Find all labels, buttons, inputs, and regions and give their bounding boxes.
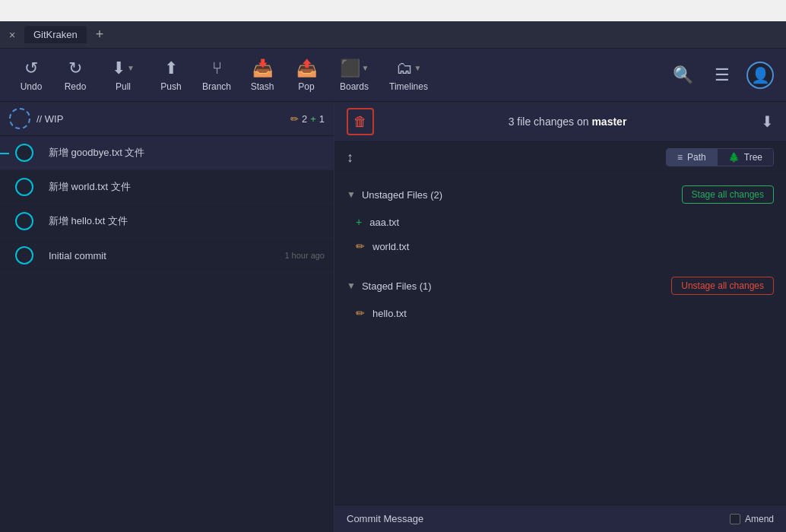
- branch-label: Branch: [202, 81, 231, 92]
- file-name: hello.txt: [372, 308, 407, 319]
- file-name: world.txt: [372, 241, 409, 252]
- commit-row[interactable]: Initial commit 1 hour ago: [0, 239, 334, 273]
- right-header: 🗑 3 file changes on master ⬇: [334, 102, 786, 142]
- tree-icon: 🌲: [728, 152, 740, 163]
- commit-row[interactable]: 新增 hello.txt 文件: [0, 204, 334, 239]
- commit-circle: [15, 178, 33, 196]
- path-label: Path: [687, 152, 706, 163]
- wip-row[interactable]: // WIP ✏ 2 + 1: [0, 102, 334, 136]
- commit-circle: [15, 212, 33, 230]
- pencil-icon: ✏: [290, 113, 299, 125]
- undo-icon: ↺: [24, 59, 38, 78]
- commit-graph: [9, 212, 40, 230]
- timelines-label: Timelines: [389, 81, 428, 92]
- view-controls: ↕ ≡ Path 🌲 Tree: [334, 142, 786, 173]
- unstaged-title: Unstaged Files (2): [362, 189, 442, 201]
- menu-icon[interactable]: ☰: [710, 61, 734, 90]
- plus-icon: +: [310, 113, 316, 125]
- unstage-all-button[interactable]: Unstage all changes: [671, 277, 774, 295]
- download-button[interactable]: ⬇: [761, 112, 774, 131]
- branch-icon: ⑂: [212, 59, 222, 78]
- push-icon: ⬆: [164, 59, 178, 78]
- staged-file-list: ✏ hello.txt: [334, 301, 786, 325]
- avatar-icon: 👤: [751, 66, 770, 84]
- commit-message-label: Commit Message: [347, 513, 423, 524]
- commit-row[interactable]: 新增 world.txt 文件: [0, 170, 334, 204]
- path-icon: ≡: [677, 152, 683, 163]
- pop-icon: 📤: [296, 59, 317, 78]
- tab-item[interactable]: GitKraken: [24, 26, 87, 43]
- main-container: // WIP ✏ 2 + 1 新增 goodbye.txt 文件 新增 worl…: [0, 102, 786, 532]
- commit-message: 新增 hello.txt 文件: [49, 214, 325, 228]
- sort-icon[interactable]: ↕: [347, 150, 353, 166]
- timelines-dropdown-icon: ▼: [414, 64, 422, 72]
- stash-icon: 📥: [252, 59, 273, 78]
- plus-count: 1: [319, 113, 325, 125]
- right-panel: 🗑 3 file changes on master ⬇ ↕ ≡ Path 🌲 …: [334, 102, 786, 532]
- commit-row[interactable]: 新增 goodbye.txt 文件: [0, 136, 334, 170]
- pencil-file-icon: ✏: [356, 307, 365, 319]
- boards-icon: ⬛: [340, 59, 360, 78]
- undo-label: Undo: [21, 81, 43, 92]
- pull-dropdown-icon: ▼: [127, 64, 135, 72]
- list-item[interactable]: ✏ hello.txt: [347, 301, 774, 325]
- stash-label: Stash: [251, 81, 274, 92]
- commit-message: 新增 world.txt 文件: [49, 180, 325, 194]
- stage-all-button[interactable]: Stage all changes: [682, 185, 774, 204]
- tree-label: Tree: [744, 152, 762, 163]
- pop-button[interactable]: 📤 Pop: [287, 54, 325, 97]
- redo-button[interactable]: ↻ Redo: [56, 54, 94, 97]
- commit-time: 1 hour ago: [284, 251, 325, 260]
- staged-section-header[interactable]: ▼ Staged Files (1) Unstage all changes: [334, 271, 786, 301]
- commit-graph: [9, 246, 40, 264]
- pull-button[interactable]: ⬇ ▼ Pull: [100, 54, 146, 97]
- unstaged-file-list: + aaa.txt ✏ world.txt: [334, 210, 786, 258]
- amend-group: Amend: [730, 514, 774, 524]
- boards-dropdown-icon: ▼: [362, 64, 369, 72]
- timelines-icon: 🗂: [396, 59, 413, 78]
- pull-label: Pull: [116, 81, 131, 92]
- staged-arrow-icon: ▼: [347, 280, 356, 291]
- wip-label: // WIP: [36, 113, 284, 125]
- commit-circle: [15, 246, 33, 264]
- changes-info: 3 file changes on master: [383, 116, 752, 128]
- view-toggle: ≡ Path 🌲 Tree: [666, 148, 774, 166]
- redo-label: Redo: [65, 81, 87, 92]
- commit-graph: [9, 178, 40, 196]
- staged-title: Staged Files (1): [362, 280, 432, 292]
- path-view-button[interactable]: ≡ Path: [667, 149, 718, 166]
- search-icon[interactable]: 🔍: [668, 61, 698, 90]
- plus-file-icon: +: [356, 216, 362, 228]
- amend-checkbox[interactable]: [730, 514, 740, 524]
- commit-graph: [9, 144, 40, 162]
- avatar[interactable]: 👤: [746, 62, 774, 89]
- push-button[interactable]: ⬆ Push: [152, 54, 190, 97]
- stash-button[interactable]: 📥 Stash: [243, 54, 281, 97]
- boards-button[interactable]: ⬛ ▼ Boards: [331, 54, 377, 97]
- pop-label: Pop: [298, 81, 314, 92]
- file-name: aaa.txt: [369, 217, 399, 228]
- tab-add-btn[interactable]: +: [93, 27, 107, 43]
- list-item[interactable]: + aaa.txt: [347, 210, 774, 234]
- title-bar: [0, 0, 786, 21]
- tree-view-button[interactable]: 🌲 Tree: [718, 149, 773, 166]
- wip-circle: [9, 108, 30, 129]
- branch-name: master: [591, 116, 626, 128]
- wip-badges: ✏ 2 + 1: [290, 113, 325, 125]
- pencil-file-icon: ✏: [356, 240, 365, 252]
- boards-label: Boards: [340, 81, 369, 92]
- branch-button[interactable]: ⑂ Branch: [196, 54, 237, 97]
- push-label: Push: [160, 81, 181, 92]
- unstaged-section-header[interactable]: ▼ Unstaged Files (2) Stage all changes: [334, 179, 786, 210]
- unstaged-arrow-icon: ▼: [347, 189, 356, 200]
- commit-message: Initial commit: [49, 250, 275, 261]
- pull-icon: ⬇: [112, 59, 125, 78]
- list-item[interactable]: ✏ world.txt: [347, 234, 774, 258]
- trash-button[interactable]: 🗑: [347, 108, 374, 135]
- commit-list: 新增 goodbye.txt 文件 新增 world.txt 文件 新增 hel…: [0, 136, 334, 532]
- commit-message: 新增 goodbye.txt 文件: [49, 146, 325, 160]
- pencil-count: 2: [302, 113, 307, 125]
- timelines-button[interactable]: 🗂 ▼ Timelines: [383, 54, 434, 97]
- undo-button[interactable]: ↺ Undo: [12, 54, 50, 97]
- tab-close-btn[interactable]: ×: [6, 29, 18, 41]
